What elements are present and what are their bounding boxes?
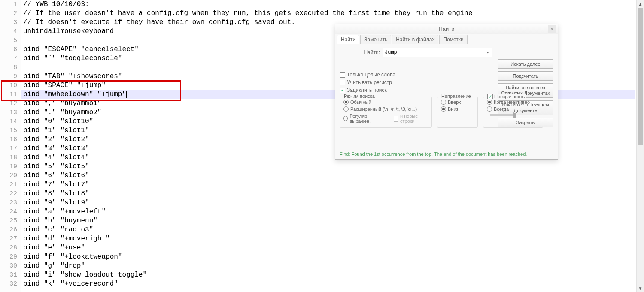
line-number: 6 <box>0 45 21 54</box>
radio-regex[interactable]: Регуляр. выражен. и новые строки <box>343 113 428 124</box>
group-title: Направление <box>440 94 472 99</box>
find-combobox[interactable]: ▾ <box>383 48 492 57</box>
line-number: 11 <box>0 90 21 99</box>
radio-off-icon <box>343 116 348 121</box>
line-number: 14 <box>0 117 21 126</box>
tab-marks[interactable]: Пометки <box>439 35 467 44</box>
group-title-cb[interactable]: Прозрачность <box>486 94 526 99</box>
line-number: 7 <box>0 54 21 63</box>
text-caret <box>126 91 127 98</box>
scrollbar-thumb[interactable] <box>638 8 643 145</box>
find-dialog-tabs: Найти Заменить Найти в файлах Пометки <box>335 34 558 44</box>
code-line[interactable]: bind "a" "+moveleft" <box>21 207 635 216</box>
radio-off-icon <box>487 106 492 112</box>
radio-down[interactable]: Вниз <box>441 106 474 112</box>
code-line[interactable]: bind "g" "drop" <box>21 262 635 271</box>
group-search-mode: Режим поиска Обычный Расширенный (\n, \r… <box>340 97 432 128</box>
line-number: 3 <box>0 18 21 27</box>
radio-label: Обычный <box>350 100 371 105</box>
checkbox-icon <box>340 72 345 78</box>
code-line[interactable]: bind "6" "slot6" <box>21 171 635 180</box>
code-line[interactable]: bind "c" "radio3" <box>21 225 635 234</box>
code-line[interactable]: bind "b" "buymenu" <box>21 216 635 225</box>
line-number: 15 <box>0 126 21 135</box>
line-number: 31 <box>0 271 21 280</box>
line-number: 1 <box>0 0 21 9</box>
radio-off-icon <box>441 100 446 105</box>
radio-normal[interactable]: Обычный <box>343 100 428 105</box>
code-line[interactable]: bind "d" "+moveright" <box>21 234 635 243</box>
radio-always[interactable]: Всегда <box>487 106 539 112</box>
code-line[interactable]: // If the user doesn't have a config.cfg… <box>21 9 635 18</box>
find-next-button[interactable]: Искать далее <box>498 59 553 69</box>
line-number: 28 <box>0 243 21 252</box>
line-number: 10 <box>0 81 21 90</box>
code-line[interactable]: bind "5" "slot5" <box>21 162 635 171</box>
radio-up[interactable]: Вверх <box>441 100 474 105</box>
combobox-dropdown-button[interactable]: ▾ <box>484 48 492 57</box>
line-number: 29 <box>0 252 21 262</box>
group-transparency: Прозрачность Когда неактивно Всегда <box>483 97 543 128</box>
line-number: 23 <box>0 198 21 207</box>
radio-label: Когда неактивно <box>494 100 530 105</box>
line-number: 4 <box>0 27 21 36</box>
code-line[interactable]: bind "f" "+lookatweapon" <box>21 252 635 262</box>
count-button[interactable]: Подсчитать <box>498 71 553 81</box>
slider-track[interactable] <box>490 114 516 116</box>
radio-label: Вверх <box>448 100 461 105</box>
find-dialog-titlebar[interactable]: Найти × <box>335 24 558 34</box>
checkbox-icon <box>394 116 398 122</box>
group-direction: Направление Вверх Вниз <box>437 97 478 128</box>
group-title-label: Прозрачность <box>494 94 525 99</box>
line-number: 19 <box>0 162 21 171</box>
code-line[interactable]: bind "9" "slot9" <box>21 198 635 207</box>
radio-label: Регуляр. выражен. <box>349 113 384 124</box>
caret-up-icon: ▲ <box>638 2 643 6</box>
find-option-groups: Режим поиска Обычный Расширенный (\n, \r… <box>340 97 553 128</box>
group-title: Режим поиска <box>343 94 376 99</box>
checkbox-checked-icon <box>487 94 493 99</box>
line-number: 22 <box>0 189 21 198</box>
radio-on-icon <box>441 106 446 112</box>
find-dialog[interactable]: Найти × Найти Заменить Найти в файлах По… <box>335 24 558 160</box>
scrollbar-track[interactable] <box>637 8 644 284</box>
radio-when-inactive[interactable]: Когда неактивно <box>487 100 539 105</box>
line-number: 25 <box>0 216 21 225</box>
scrollbar-up-button[interactable]: ▲ <box>637 0 644 8</box>
close-button[interactable]: × <box>548 25 556 33</box>
line-number: 26 <box>0 225 21 234</box>
line-number: 12 <box>0 99 21 108</box>
slider-thumb[interactable] <box>513 113 516 118</box>
radio-extended[interactable]: Расширенный (\n, \r, \t, \0, \x...) <box>343 106 428 112</box>
radio-off-icon <box>343 106 349 112</box>
radio-label: Вниз <box>448 106 459 112</box>
tab-replace[interactable]: Заменить <box>360 35 391 44</box>
code-line[interactable]: bind "7" "slot7" <box>21 180 635 189</box>
find-input[interactable] <box>383 48 484 57</box>
code-line[interactable]: bind "e" "+use" <box>21 243 635 252</box>
transparency-slider[interactable] <box>487 114 539 116</box>
line-number: 17 <box>0 144 21 153</box>
find-status-text: Find: Found the 1st occurrence from the … <box>335 150 558 159</box>
checkbox-checked-icon <box>340 88 345 93</box>
code-line[interactable]: bind "i" "show_loadout_toggle" <box>21 271 635 280</box>
app-root: 1234567891011121314151617181920212223242… <box>0 0 644 292</box>
line-number: 18 <box>0 153 21 162</box>
check-label: Учитывать регистр <box>347 79 392 85</box>
code-line[interactable]: // YWB 10/10/03: <box>21 0 635 9</box>
line-number: 2 <box>0 9 21 18</box>
tab-find[interactable]: Найти <box>337 35 359 44</box>
close-icon: × <box>550 24 553 34</box>
tab-find-in-files[interactable]: Найти в файлах <box>392 35 438 44</box>
code-line[interactable]: bind "k" "+voicerecord" <box>21 280 635 289</box>
line-number: 30 <box>0 262 21 271</box>
code-line[interactable]: bind "8" "slot8" <box>21 189 635 198</box>
check-regex-newlines[interactable]: и новые строки <box>394 113 428 124</box>
chevron-down-icon: ▾ <box>487 50 489 55</box>
scrollbar-down-button[interactable]: ▼ <box>637 284 644 292</box>
line-number: 32 <box>0 280 21 289</box>
find-label: Найти: <box>340 49 383 55</box>
caret-down-icon: ▼ <box>638 286 643 291</box>
vertical-scrollbar[interactable]: ▲ ▼ <box>636 0 644 292</box>
line-number-gutter: 1234567891011121314151617181920212223242… <box>0 0 21 292</box>
